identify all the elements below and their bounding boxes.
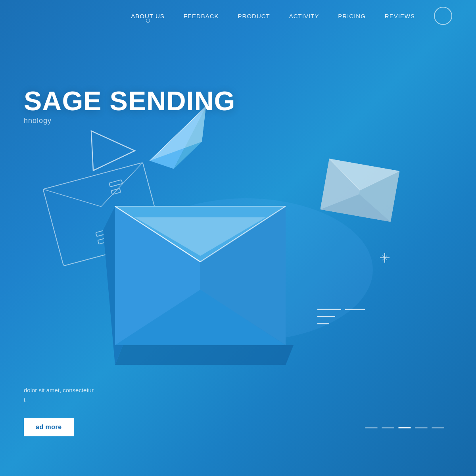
svg-marker-26	[325, 159, 400, 196]
pagination-dot-5[interactable]	[432, 427, 444, 428]
svg-line-34	[382, 255, 387, 260]
svg-line-35	[382, 255, 387, 260]
svg-rect-5	[111, 188, 121, 194]
svg-marker-17	[135, 217, 266, 256]
svg-marker-28	[320, 159, 364, 216]
svg-marker-10	[103, 206, 123, 365]
svg-line-30	[325, 159, 365, 190]
svg-marker-29	[355, 165, 399, 222]
hero-title: SAGE SENDING	[24, 87, 235, 114]
svg-line-2	[43, 176, 101, 220]
nav-link-activity[interactable]: ACTIVITY	[289, 13, 319, 19]
svg-rect-11	[115, 206, 286, 345]
svg-marker-8	[91, 131, 135, 171]
svg-rect-1	[43, 163, 163, 266]
pagination-dot-2[interactable]	[382, 427, 394, 428]
svg-marker-27	[320, 188, 394, 222]
hero-description: dolor sit amet, consectetur t	[24, 386, 94, 405]
nav-links: ABOUT US FEEDBACK PRODUCT ACTIVITY PRICI…	[131, 7, 452, 25]
svg-marker-13	[115, 206, 286, 262]
svg-rect-25	[320, 159, 399, 222]
svg-rect-7	[98, 238, 107, 244]
hero-subtitle: hnology	[24, 117, 235, 125]
svg-marker-16	[200, 206, 286, 345]
pagination-dot-4[interactable]	[415, 427, 428, 428]
svg-line-3	[93, 163, 151, 207]
nav-link-reviews[interactable]: REVIEWS	[385, 13, 415, 19]
nav-link-product[interactable]: PRODUCT	[238, 13, 270, 19]
svg-marker-15	[115, 206, 200, 345]
svg-line-18	[115, 206, 200, 262]
svg-point-0	[119, 198, 373, 341]
pagination-dots	[365, 427, 444, 428]
pagination-dot-3[interactable]	[398, 427, 411, 428]
main-illustration	[0, 0, 476, 476]
navbar: ABOUT US FEEDBACK PRODUCT ACTIVITY PRICI…	[0, 0, 476, 32]
nav-link-about[interactable]: ABOUT US	[131, 13, 164, 19]
pagination-dot-1[interactable]	[365, 427, 378, 428]
svg-rect-6	[96, 229, 109, 236]
svg-rect-4	[109, 180, 122, 187]
svg-marker-14	[115, 290, 286, 345]
svg-line-19	[200, 206, 286, 262]
svg-line-31	[360, 165, 399, 197]
svg-marker-12	[115, 206, 286, 262]
hero-content: SAGE SENDING hnology	[0, 87, 235, 125]
read-more-button[interactable]: ad more	[24, 418, 74, 436]
nav-circle-button[interactable]	[434, 7, 452, 25]
nav-link-feedback[interactable]: FEEDBACK	[184, 13, 219, 19]
svg-marker-9	[115, 345, 294, 365]
nav-link-pricing[interactable]: PRICING	[338, 13, 366, 19]
